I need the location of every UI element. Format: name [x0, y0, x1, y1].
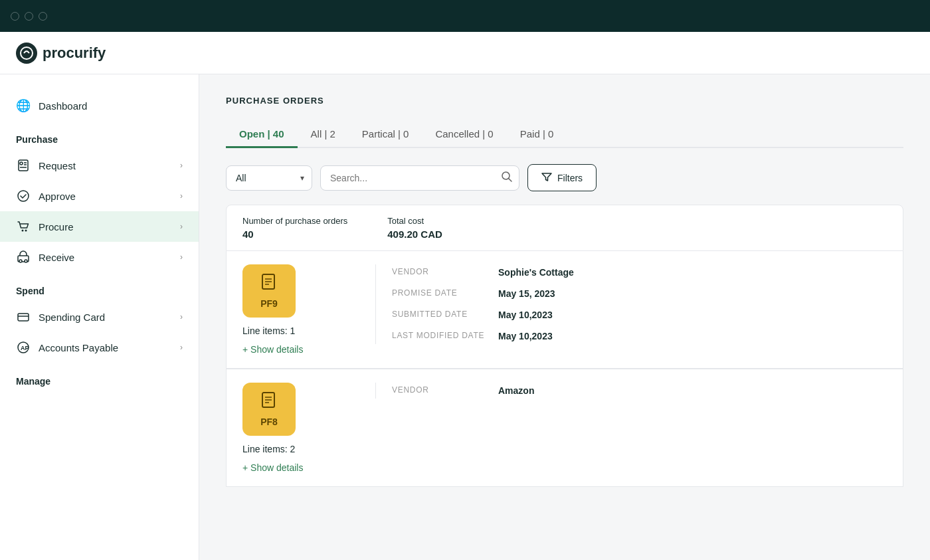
po-card-pf9-layout: PF9 Line items: 1 + Show details VENDOR … [242, 264, 887, 355]
titlebar [0, 0, 930, 32]
summary-count-label: Number of purchase orders [242, 216, 347, 226]
po-pf8-line-items: Line items: 2 [242, 444, 362, 454]
po-pf8-vendor-value: Amazon [498, 383, 887, 399]
summary-bar: Number of purchase orders 40 Total cost … [226, 205, 903, 251]
accounts-payable-icon: AP [16, 340, 31, 355]
po-document-icon-2 [260, 391, 278, 414]
svg-point-10 [19, 260, 22, 262]
search-input[interactable] [320, 165, 519, 191]
po-pf9-modified-label: LAST MODIFIED DATE [392, 328, 498, 343]
sidebar-item-request[interactable]: Request › [0, 150, 199, 181]
summary-cost-label: Total cost [387, 216, 442, 226]
sidebar-dashboard-label: Dashboard [39, 100, 183, 112]
app-layout: 🌐 Dashboard Purchase Request › Approve ›… [0, 74, 930, 560]
po-card-pf9: PF9 Line items: 1 + Show details VENDOR … [226, 251, 903, 369]
svg-point-6 [18, 191, 29, 201]
svg-point-11 [25, 260, 27, 262]
spending-card-arrow-icon: › [180, 312, 183, 322]
po-pf9-show-details[interactable]: + Show details [242, 344, 362, 355]
po-pf8-id: PF8 [260, 417, 278, 427]
titlebar-dot-red [11, 12, 19, 21]
tab-paid[interactable]: Paid | 0 [507, 122, 567, 148]
po-pf9-line-items: Line items: 1 [242, 326, 362, 336]
po-pf8-badge[interactable]: PF8 [242, 383, 296, 436]
po-pf8-left: PF8 Line items: 2 + Show details [242, 383, 362, 473]
sidebar-request-label: Request [39, 160, 172, 171]
sidebar-accounts-payable-label: Accounts Payable [39, 342, 172, 353]
search-wrapper [320, 165, 519, 191]
procure-icon [16, 219, 31, 234]
svg-rect-1 [19, 160, 28, 171]
sidebar-spending-card-label: Spending Card [39, 312, 172, 323]
sidebar-section-purchase: Purchase [0, 121, 199, 150]
svg-point-0 [21, 47, 33, 59]
request-arrow-icon: › [180, 161, 183, 170]
po-pf9-vendor-label: VENDOR [392, 264, 498, 279]
po-pf8-right: VENDOR Amazon [375, 383, 887, 399]
search-icon[interactable] [501, 171, 513, 185]
tab-partial[interactable]: Partical | 0 [349, 122, 422, 148]
svg-text:AP: AP [21, 345, 29, 351]
po-pf9-promise-label: PROMISE DATE [392, 286, 498, 300]
sidebar-section-spend: Spend [0, 272, 199, 302]
svg-line-17 [509, 178, 512, 181]
tabs-bar: Open | 40 All | 2 Partical | 0 Cancelled… [226, 122, 903, 148]
approve-arrow-icon: › [180, 191, 183, 201]
svg-point-2 [20, 162, 23, 165]
accounts-payable-arrow-icon: › [180, 343, 183, 352]
main-content: PURCHASE ORDERS Open | 40 All | 2 Partic… [199, 74, 930, 560]
po-pf9-submitted-value: May 10,2023 [498, 307, 887, 323]
receive-arrow-icon: › [180, 252, 183, 262]
po-pf9-badge[interactable]: PF9 [242, 264, 296, 318]
po-pf9-left: PF9 Line items: 1 + Show details [242, 264, 362, 355]
titlebar-dot-yellow [25, 12, 33, 21]
po-pf8-vendor-label: VENDOR [392, 383, 498, 397]
po-pf9-promise-value: May 15, 2023 [498, 286, 887, 302]
sidebar-item-spending-card[interactable]: Spending Card › [0, 302, 199, 332]
titlebar-dot-green [39, 12, 47, 21]
po-card-pf8-layout: PF8 Line items: 2 + Show details VENDOR … [242, 383, 887, 473]
sidebar-approve-label: Approve [39, 191, 172, 202]
sidebar-item-approve[interactable]: Approve › [0, 181, 199, 211]
filter-select[interactable]: All Open Closed Cancelled [226, 165, 312, 191]
tab-open[interactable]: Open | 40 [226, 122, 298, 148]
filters-button-label: Filters [557, 173, 583, 183]
request-icon [16, 158, 31, 173]
sidebar-item-dashboard[interactable]: 🌐 Dashboard [0, 90, 199, 121]
approve-icon [16, 189, 31, 203]
po-pf9-id: PF9 [260, 298, 278, 309]
summary-cost: Total cost 409.20 CAD [387, 216, 442, 240]
tab-cancelled[interactable]: Cancelled | 0 [422, 122, 506, 148]
topnav: procurify [0, 32, 930, 74]
summary-cost-value: 409.20 CAD [387, 229, 442, 240]
sidebar-item-procure[interactable]: Procure › [0, 211, 199, 242]
sidebar-receive-label: Receive [39, 252, 172, 263]
sidebar-section-manage: Manage [0, 363, 199, 392]
procure-arrow-icon: › [180, 222, 183, 231]
logo: procurify [16, 43, 106, 64]
page-title: PURCHASE ORDERS [226, 96, 903, 106]
filters-button[interactable]: Filters [527, 164, 597, 191]
filter-funnel-icon [541, 171, 552, 184]
filter-row: All Open Closed Cancelled ▾ Filters [226, 164, 903, 191]
spending-card-icon [16, 310, 31, 324]
filter-select-wrapper: All Open Closed Cancelled ▾ [226, 165, 312, 191]
summary-count: Number of purchase orders 40 [242, 216, 347, 240]
po-pf9-right: VENDOR Sophie's Cottage PROMISE DATE May… [375, 264, 887, 344]
po-card-pf8: PF8 Line items: 2 + Show details VENDOR … [226, 369, 903, 487]
po-pf9-vendor-value: Sophie's Cottage [498, 264, 887, 280]
svg-point-8 [25, 230, 27, 232]
sidebar-procure-label: Procure [39, 221, 172, 233]
po-pf8-show-details[interactable]: + Show details [242, 462, 362, 473]
sidebar: 🌐 Dashboard Purchase Request › Approve ›… [0, 74, 199, 560]
po-pf9-submitted-label: SUBMITTED DATE [392, 307, 498, 322]
tab-all[interactable]: All | 2 [298, 122, 349, 148]
svg-rect-12 [18, 314, 29, 321]
sidebar-item-accounts-payable[interactable]: AP Accounts Payable › [0, 332, 199, 363]
logo-text: procurify [43, 45, 106, 62]
po-document-icon [260, 273, 278, 296]
receive-icon [16, 250, 31, 264]
globe-icon: 🌐 [16, 98, 31, 113]
sidebar-item-receive[interactable]: Receive › [0, 242, 199, 272]
po-pf9-modified-value: May 10,2023 [498, 328, 887, 344]
